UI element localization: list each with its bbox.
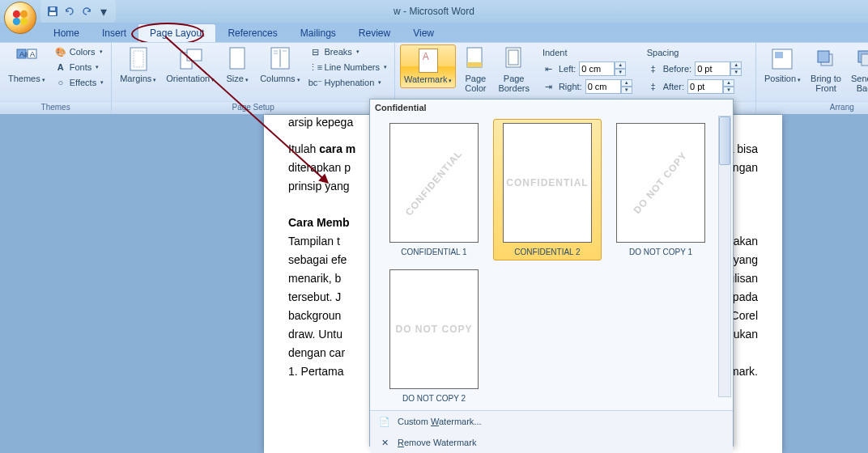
spinner-down[interactable]: ▼ — [615, 69, 626, 76]
spinner-up[interactable]: ▲ — [730, 61, 742, 69]
bring-to-front-button[interactable]: Bring to Front — [807, 44, 845, 95]
size-button[interactable]: Size▾ — [221, 44, 253, 87]
svg-point-1 — [20, 11, 28, 18]
breaks-button[interactable]: ⊟Breaks▾ — [307, 44, 389, 59]
thumbnail: DO NOT COPY — [389, 269, 479, 389]
spinner-down[interactable]: ▼ — [621, 87, 632, 94]
spinner-down[interactable]: ▼ — [723, 87, 734, 94]
remove-watermark-button[interactable]: ✕Remove Watermark — [370, 432, 733, 453]
margins-icon — [126, 46, 151, 72]
group-themes: AaA Themes▾ 🎨Colors▾ AFonts▾ ○Effects▾ T… — [0, 43, 112, 114]
hyphenation-button[interactable]: bc⁻Hyphenation▾ — [307, 75, 389, 90]
undo-icon[interactable] — [62, 4, 77, 19]
page-color-button[interactable]: Page Color — [459, 44, 491, 95]
svg-rect-26 — [775, 52, 783, 58]
svg-rect-6 — [50, 7, 55, 11]
bring-front-icon — [813, 46, 839, 72]
tab-references[interactable]: References — [216, 24, 288, 42]
tab-insert[interactable]: Insert — [91, 24, 138, 42]
page-color-icon — [462, 46, 488, 72]
tab-mailings[interactable]: Mailings — [289, 24, 347, 42]
send-to-back-button[interactable]: Send to Back — [848, 44, 868, 95]
line-numbers-button[interactable]: ⋮≡Line Numbers▾ — [307, 60, 389, 74]
tab-view[interactable]: View — [402, 24, 445, 42]
indent-left-icon: ⇤ — [542, 62, 555, 75]
page-borders-button[interactable]: Page Borders — [495, 44, 533, 95]
svg-rect-22 — [467, 62, 482, 67]
columns-icon — [267, 46, 293, 72]
spacing-after-input[interactable] — [687, 79, 723, 94]
gallery-scrollbar[interactable] — [718, 116, 731, 397]
window-title: w - Microsoft Word — [394, 6, 474, 17]
page-borders-icon — [501, 46, 527, 72]
svg-rect-5 — [49, 12, 56, 15]
spacing-before-icon: ‡ — [647, 62, 660, 75]
qat-dropdown-icon[interactable]: ▾ — [96, 4, 111, 19]
gallery-grid: CONFIDENTIAL CONFIDENTIAL 1 CONFIDENTIAL… — [370, 116, 733, 410]
remove-watermark-icon: ✕ — [378, 436, 391, 449]
columns-button[interactable]: Columns▾ — [257, 44, 303, 87]
svg-text:Aa: Aa — [19, 50, 28, 58]
tab-review[interactable]: Review — [347, 24, 402, 42]
office-logo-icon — [11, 9, 29, 27]
redo-icon[interactable] — [79, 4, 94, 19]
svg-rect-14 — [187, 49, 202, 61]
save-icon[interactable] — [45, 4, 60, 19]
thumbnail: CONFIDENTIAL — [503, 123, 592, 243]
svg-rect-28 — [818, 51, 829, 62]
svg-rect-15 — [230, 48, 245, 69]
gallery-header: Confidential — [370, 99, 733, 116]
theme-colors-button[interactable]: 🎨Colors▾ — [52, 44, 106, 59]
scrollbar-thumb[interactable] — [719, 116, 730, 165]
svg-rect-30 — [862, 54, 868, 66]
group-label-arrange: Arrang — [756, 101, 868, 114]
watermark-gallery: Confidential CONFIDENTIAL CONFIDENTIAL 1… — [369, 99, 734, 447]
indent-header: Indent — [542, 48, 632, 59]
svg-point-3 — [20, 18, 28, 25]
spacing-before-input[interactable] — [695, 61, 730, 76]
theme-effects-button[interactable]: ○Effects▾ — [52, 75, 106, 90]
indent-right-input[interactable] — [585, 79, 621, 94]
title-bar: ▾ w - Microsoft Word — [0, 0, 868, 23]
spinner-up[interactable]: ▲ — [615, 61, 626, 69]
gallery-item-confidential-2[interactable]: CONFIDENTIAL CONFIDENTIAL 2 — [493, 119, 602, 260]
size-icon — [224, 46, 250, 72]
thumbnail: DO NOT COPY — [616, 123, 705, 243]
send-back-icon — [853, 46, 868, 72]
watermark-button[interactable]: Watermark▾ — [400, 44, 456, 88]
watermark-icon — [419, 49, 438, 73]
indent-left-input[interactable] — [579, 61, 615, 76]
spinner-up[interactable]: ▲ — [621, 79, 632, 87]
quick-access-toolbar: ▾ — [40, 0, 116, 23]
group-label-themes: Themes — [0, 101, 111, 114]
group-label-page-setup: Page Setup — [112, 101, 394, 114]
fonts-icon: A — [54, 61, 67, 74]
tab-home[interactable]: Home — [42, 24, 91, 42]
margins-button[interactable]: Margins▾ — [117, 44, 160, 87]
themes-icon: AaA — [14, 46, 40, 72]
orientation-button[interactable]: Orientation▾ — [163, 44, 218, 87]
theme-fonts-button[interactable]: AFonts▾ — [52, 60, 106, 74]
themes-button[interactable]: AaA Themes▾ — [5, 44, 49, 87]
spinner-up[interactable]: ▲ — [723, 79, 734, 87]
breaks-icon: ⊟ — [309, 45, 322, 58]
position-button[interactable]: Position▾ — [761, 44, 804, 87]
svg-point-2 — [13, 18, 20, 25]
spinner-down[interactable]: ▼ — [730, 69, 742, 76]
group-page-setup: Margins▾ Orientation▾ Size▾ Columns▾ ⊟Br… — [112, 43, 395, 114]
gallery-item-confidential-1[interactable]: CONFIDENTIAL CONFIDENTIAL 1 — [380, 119, 488, 260]
orientation-icon — [177, 46, 203, 72]
custom-watermark-button[interactable]: 📄Custom Watermark... — [370, 411, 733, 432]
indent-right-icon: ⇥ — [542, 80, 555, 93]
gallery-item-do-not-copy-1[interactable]: DO NOT COPY DO NOT COPY 1 — [606, 119, 715, 260]
custom-watermark-icon: 📄 — [378, 415, 391, 428]
office-button[interactable] — [4, 2, 36, 34]
colors-icon: 🎨 — [54, 45, 67, 58]
svg-text:A: A — [30, 50, 35, 58]
hyphenation-icon: bc⁻ — [309, 76, 322, 89]
gallery-item-do-not-copy-2[interactable]: DO NOT COPY DO NOT COPY 2 — [380, 265, 488, 407]
ribbon-tabs: Home Insert Page Layout References Maili… — [0, 23, 868, 42]
spacing-header: Spacing — [647, 48, 742, 59]
spacing-after-icon: ‡ — [647, 80, 660, 93]
tab-page-layout[interactable]: Page Layout — [138, 23, 216, 42]
